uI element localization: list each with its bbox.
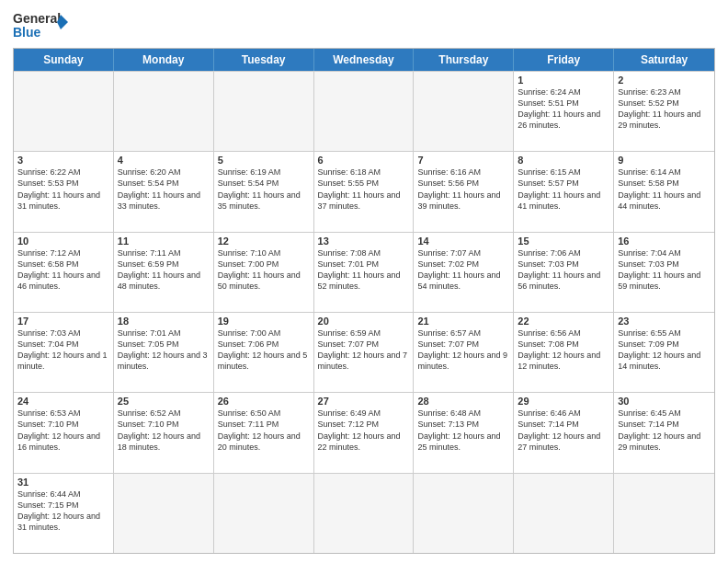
- calendar-cell: 22Sunrise: 6:56 AM Sunset: 7:08 PM Dayli…: [514, 313, 614, 392]
- calendar-cell: 2Sunrise: 6:23 AM Sunset: 5:52 PM Daylig…: [614, 72, 714, 151]
- svg-text:Blue: Blue: [13, 25, 41, 40]
- calendar-cell: [114, 72, 214, 151]
- day-number: 13: [318, 236, 410, 247]
- day-number: 7: [417, 155, 509, 166]
- logo: General Blue: [13, 9, 68, 42]
- calendar-cell: [414, 474, 514, 553]
- day-info: Sunrise: 6:45 AM Sunset: 7:14 PM Dayligh…: [618, 408, 711, 453]
- calendar-cell: 12Sunrise: 7:10 AM Sunset: 7:00 PM Dayli…: [214, 233, 314, 312]
- day-number: 14: [417, 236, 509, 247]
- day-number: 10: [17, 236, 109, 247]
- day-number: 31: [17, 477, 109, 488]
- day-number: 26: [218, 396, 310, 407]
- calendar-header-day: Sunday: [14, 49, 114, 71]
- calendar-cell: 21Sunrise: 6:57 AM Sunset: 7:07 PM Dayli…: [414, 313, 514, 392]
- calendar-cell: 8Sunrise: 6:15 AM Sunset: 5:57 PM Daylig…: [514, 152, 614, 231]
- day-info: Sunrise: 6:23 AM Sunset: 5:52 PM Dayligh…: [618, 86, 711, 132]
- calendar-cell: [214, 474, 314, 553]
- calendar-cell: 9Sunrise: 6:14 AM Sunset: 5:58 PM Daylig…: [614, 152, 714, 231]
- calendar-cell: 29Sunrise: 6:46 AM Sunset: 7:14 PM Dayli…: [514, 393, 614, 472]
- calendar-cell: 19Sunrise: 7:00 AM Sunset: 7:06 PM Dayli…: [214, 313, 314, 392]
- calendar-header-day: Saturday: [614, 49, 714, 71]
- calendar-header-day: Wednesday: [314, 49, 415, 71]
- day-number: 9: [618, 155, 711, 166]
- calendar-week-row: 10Sunrise: 7:12 AM Sunset: 6:58 PM Dayli…: [14, 232, 714, 312]
- calendar-cell: 10Sunrise: 7:12 AM Sunset: 6:58 PM Dayli…: [14, 233, 114, 312]
- day-number: 17: [17, 316, 109, 327]
- calendar-header-day: Friday: [514, 49, 614, 71]
- calendar-cell: 23Sunrise: 6:55 AM Sunset: 7:09 PM Dayli…: [614, 313, 714, 392]
- calendar: SundayMondayTuesdayWednesdayThursdayFrid…: [13, 48, 715, 554]
- day-info: Sunrise: 7:06 AM Sunset: 7:03 PM Dayligh…: [518, 247, 609, 293]
- day-info: Sunrise: 6:22 AM Sunset: 5:53 PM Dayligh…: [17, 167, 109, 212]
- calendar-cell: 16Sunrise: 7:04 AM Sunset: 7:03 PM Dayli…: [614, 233, 714, 312]
- day-number: 23: [618, 316, 711, 327]
- day-number: 16: [618, 236, 711, 247]
- day-number: 3: [17, 155, 109, 166]
- calendar-cell: 7Sunrise: 6:16 AM Sunset: 5:56 PM Daylig…: [414, 152, 514, 231]
- day-info: Sunrise: 6:59 AM Sunset: 7:07 PM Dayligh…: [318, 327, 410, 373]
- calendar-cell: 14Sunrise: 7:07 AM Sunset: 7:02 PM Dayli…: [414, 233, 514, 312]
- day-info: Sunrise: 7:07 AM Sunset: 7:02 PM Dayligh…: [417, 247, 509, 293]
- calendar-header-day: Monday: [114, 49, 214, 71]
- calendar-cell: [314, 72, 415, 151]
- day-number: 29: [518, 396, 609, 407]
- calendar-cell: [314, 474, 415, 553]
- day-number: 6: [318, 155, 410, 166]
- svg-text:General: General: [13, 11, 61, 26]
- calendar-cell: [14, 72, 114, 151]
- day-number: 22: [518, 316, 609, 327]
- calendar-cell: 24Sunrise: 6:53 AM Sunset: 7:10 PM Dayli…: [14, 393, 114, 472]
- day-number: 11: [118, 236, 210, 247]
- calendar-week-row: 1Sunrise: 6:24 AM Sunset: 5:51 PM Daylig…: [14, 71, 714, 151]
- day-info: Sunrise: 6:53 AM Sunset: 7:10 PM Dayligh…: [17, 408, 109, 453]
- day-info: Sunrise: 6:57 AM Sunset: 7:07 PM Dayligh…: [417, 327, 509, 373]
- calendar-cell: 6Sunrise: 6:18 AM Sunset: 5:55 PM Daylig…: [314, 152, 415, 231]
- day-info: Sunrise: 6:20 AM Sunset: 5:54 PM Dayligh…: [118, 167, 210, 212]
- calendar-cell: 30Sunrise: 6:45 AM Sunset: 7:14 PM Dayli…: [614, 393, 714, 472]
- calendar-header-day: Tuesday: [214, 49, 314, 71]
- day-number: 18: [118, 316, 210, 327]
- day-number: 25: [118, 396, 210, 407]
- day-info: Sunrise: 6:16 AM Sunset: 5:56 PM Dayligh…: [417, 167, 509, 212]
- day-number: 20: [318, 316, 410, 327]
- day-number: 21: [417, 316, 509, 327]
- day-number: 15: [518, 236, 609, 247]
- day-info: Sunrise: 7:12 AM Sunset: 6:58 PM Dayligh…: [17, 247, 109, 293]
- day-number: 4: [118, 155, 210, 166]
- day-number: 8: [518, 155, 609, 166]
- day-info: Sunrise: 6:24 AM Sunset: 5:51 PM Dayligh…: [518, 86, 609, 132]
- calendar-cell: 27Sunrise: 6:49 AM Sunset: 7:12 PM Dayli…: [314, 393, 415, 472]
- day-number: 24: [17, 396, 109, 407]
- calendar-cell: 5Sunrise: 6:19 AM Sunset: 5:54 PM Daylig…: [214, 152, 314, 231]
- calendar-cell: 26Sunrise: 6:50 AM Sunset: 7:11 PM Dayli…: [214, 393, 314, 472]
- calendar-cell: 11Sunrise: 7:11 AM Sunset: 6:59 PM Dayli…: [114, 233, 214, 312]
- calendar-week-row: 24Sunrise: 6:53 AM Sunset: 7:10 PM Dayli…: [14, 392, 714, 472]
- day-info: Sunrise: 7:00 AM Sunset: 7:06 PM Dayligh…: [218, 327, 310, 373]
- day-info: Sunrise: 7:04 AM Sunset: 7:03 PM Dayligh…: [618, 247, 711, 293]
- generalblue-logo-icon: General Blue: [13, 9, 68, 42]
- day-info: Sunrise: 6:50 AM Sunset: 7:11 PM Dayligh…: [218, 408, 310, 453]
- day-info: Sunrise: 6:56 AM Sunset: 7:08 PM Dayligh…: [518, 327, 609, 373]
- calendar-week-row: 31Sunrise: 6:44 AM Sunset: 7:15 PM Dayli…: [14, 473, 714, 553]
- calendar-week-row: 3Sunrise: 6:22 AM Sunset: 5:53 PM Daylig…: [14, 151, 714, 231]
- calendar-cell: 20Sunrise: 6:59 AM Sunset: 7:07 PM Dayli…: [314, 313, 415, 392]
- day-info: Sunrise: 6:15 AM Sunset: 5:57 PM Dayligh…: [518, 167, 609, 212]
- calendar-cell: 13Sunrise: 7:08 AM Sunset: 7:01 PM Dayli…: [314, 233, 415, 312]
- day-number: 1: [518, 75, 609, 86]
- day-info: Sunrise: 6:46 AM Sunset: 7:14 PM Dayligh…: [518, 408, 609, 453]
- page: General Blue SundayMondayTuesdayWednesda…: [0, 0, 728, 563]
- day-number: 19: [218, 316, 310, 327]
- calendar-cell: 1Sunrise: 6:24 AM Sunset: 5:51 PM Daylig…: [514, 72, 614, 151]
- day-info: Sunrise: 6:19 AM Sunset: 5:54 PM Dayligh…: [218, 167, 310, 212]
- day-info: Sunrise: 7:10 AM Sunset: 7:00 PM Dayligh…: [218, 247, 310, 293]
- day-info: Sunrise: 6:48 AM Sunset: 7:13 PM Dayligh…: [417, 408, 509, 453]
- day-info: Sunrise: 6:49 AM Sunset: 7:12 PM Dayligh…: [318, 408, 410, 453]
- day-number: 28: [417, 396, 509, 407]
- day-info: Sunrise: 6:52 AM Sunset: 7:10 PM Dayligh…: [118, 408, 210, 453]
- day-info: Sunrise: 6:55 AM Sunset: 7:09 PM Dayligh…: [618, 327, 711, 373]
- day-info: Sunrise: 6:44 AM Sunset: 7:15 PM Dayligh…: [17, 488, 109, 534]
- calendar-cell: [514, 474, 614, 553]
- calendar-cell: 31Sunrise: 6:44 AM Sunset: 7:15 PM Dayli…: [14, 474, 114, 553]
- day-number: 12: [218, 236, 310, 247]
